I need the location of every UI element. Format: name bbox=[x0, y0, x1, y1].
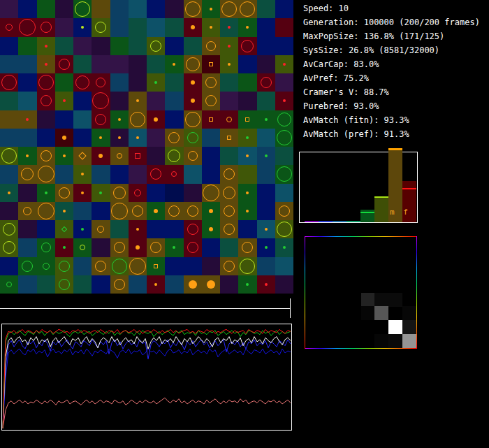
habitat-cell bbox=[110, 129, 129, 147]
habitat-cell bbox=[165, 37, 183, 55]
organism-marker bbox=[245, 117, 249, 122]
habitat-cell bbox=[129, 110, 147, 129]
organism-marker bbox=[228, 45, 231, 48]
species-bar-chartreuse bbox=[374, 197, 388, 222]
habitat-cell bbox=[257, 129, 275, 147]
organism-marker bbox=[188, 151, 198, 161]
organism-marker bbox=[226, 117, 232, 122]
organism-marker bbox=[95, 261, 106, 272]
habitat-cell bbox=[73, 202, 92, 220]
habitat-cell bbox=[147, 184, 165, 202]
organism-marker bbox=[63, 210, 66, 212]
habitat-cell bbox=[73, 165, 92, 183]
habitat-cell bbox=[165, 220, 183, 238]
organism-marker bbox=[228, 63, 231, 66]
organism-marker bbox=[203, 185, 219, 201]
stat-line: AvMatch (fitn): 93.3% bbox=[303, 113, 485, 127]
habitat-cell bbox=[275, 238, 293, 256]
habitat-cell bbox=[92, 202, 110, 220]
organism-marker bbox=[224, 261, 235, 272]
habitat-cell bbox=[257, 257, 275, 275]
habitat-cell bbox=[220, 55, 238, 73]
habitat-cell bbox=[165, 184, 183, 202]
habitat-cell bbox=[220, 0, 238, 18]
habitat-grid-canvas[interactable] bbox=[0, 0, 293, 294]
matrix-cell bbox=[374, 306, 388, 320]
habitat-cell bbox=[0, 165, 18, 183]
organism-marker bbox=[23, 207, 31, 215]
organism-marker bbox=[241, 40, 254, 52]
habitat-cell bbox=[73, 220, 92, 238]
organism-marker bbox=[81, 228, 84, 231]
matrix-cell bbox=[402, 334, 416, 348]
habitat-cell bbox=[202, 0, 220, 18]
habitat-cell bbox=[55, 220, 73, 238]
habitat-cell bbox=[129, 202, 147, 220]
organism-marker bbox=[154, 81, 157, 84]
organism-marker bbox=[221, 1, 237, 17]
organism-marker bbox=[99, 136, 102, 139]
stat-line: AvMatch (pref): 91.3% bbox=[303, 127, 485, 141]
organism-marker bbox=[41, 243, 51, 252]
habitat-cell bbox=[220, 184, 238, 202]
habitat-cell bbox=[202, 257, 220, 275]
organism-marker bbox=[224, 224, 235, 235]
habitat-cell bbox=[18, 37, 36, 55]
habitat-cell bbox=[220, 165, 238, 183]
habitat-cell bbox=[92, 18, 110, 36]
habitat-cell bbox=[129, 184, 147, 202]
habitat-cell bbox=[18, 275, 36, 294]
habitat-cell bbox=[73, 110, 92, 129]
organism-marker bbox=[1, 75, 17, 90]
habitat-cell bbox=[55, 18, 73, 36]
habitat-cell bbox=[0, 37, 18, 55]
habitat-cell bbox=[257, 220, 275, 238]
habitat-cell bbox=[184, 147, 202, 165]
species-bar-purple bbox=[305, 221, 319, 222]
habitat-cell bbox=[37, 0, 55, 18]
habitat-cell bbox=[238, 73, 256, 92]
habitat-cell bbox=[37, 238, 55, 256]
habitat-cell bbox=[275, 37, 293, 55]
habitat-cell bbox=[73, 37, 92, 55]
habitat-cell bbox=[92, 73, 110, 92]
organism-marker bbox=[80, 245, 85, 250]
habitat-cell bbox=[55, 92, 73, 110]
habitat-cell bbox=[165, 257, 183, 275]
organism-marker bbox=[95, 114, 106, 125]
organism-marker bbox=[187, 242, 198, 253]
stat-line: AvCarCap: 83.0% bbox=[303, 57, 485, 71]
history-series-blue-lower bbox=[3, 349, 291, 428]
organism-marker bbox=[277, 130, 292, 145]
matrix-cell bbox=[388, 334, 402, 348]
habitat-cell bbox=[0, 92, 18, 110]
habitat-cell bbox=[129, 55, 147, 73]
habitat-cell bbox=[92, 184, 110, 202]
organism-marker bbox=[59, 261, 70, 272]
habitat-cell bbox=[220, 220, 238, 238]
habitat-cell bbox=[55, 55, 73, 73]
habitat-cell bbox=[257, 275, 275, 294]
matrix-cell bbox=[361, 293, 375, 307]
organism-marker bbox=[265, 228, 268, 231]
organism-marker bbox=[78, 152, 86, 159]
matrix-axis-bottom bbox=[305, 348, 417, 349]
matrix-cell bbox=[388, 320, 402, 334]
male-female-label: m f bbox=[390, 208, 410, 217]
organism-marker bbox=[228, 26, 231, 29]
habitat-cell bbox=[110, 37, 129, 55]
stat-line: Speed: 10 bbox=[303, 1, 485, 15]
habitat-cell bbox=[37, 220, 55, 238]
organism-marker bbox=[283, 99, 286, 102]
habitat-cell bbox=[55, 0, 73, 18]
organism-marker bbox=[63, 246, 66, 249]
simulator-window: Speed: 10Generation: 100000 (200/200 fra… bbox=[0, 0, 489, 448]
habitat-cell bbox=[110, 202, 129, 220]
habitat-cell bbox=[165, 238, 183, 256]
habitat-cell bbox=[0, 238, 18, 256]
habitat-cell bbox=[0, 257, 18, 275]
habitat-cell bbox=[92, 275, 110, 294]
organism-marker bbox=[206, 41, 216, 51]
habitat-cell bbox=[73, 18, 92, 36]
habitat-cell bbox=[238, 165, 256, 183]
